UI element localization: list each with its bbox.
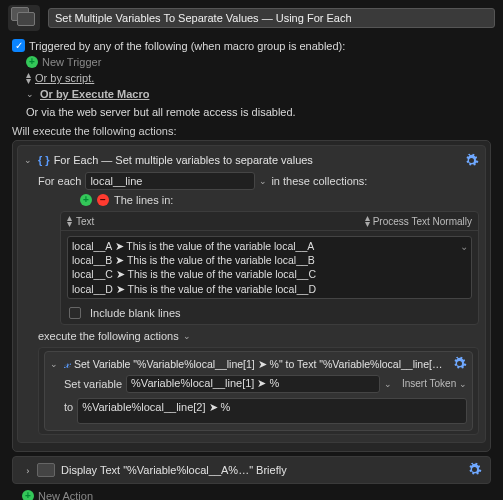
process-text-label[interactable]: Process Text Normally xyxy=(373,216,472,227)
add-action-button[interactable]: + xyxy=(22,490,34,500)
braces-icon: { } xyxy=(38,154,50,166)
lines-textarea[interactable]: ⌄ local__A ➤ This is the value of the va… xyxy=(67,236,472,299)
foreach-disclose[interactable]: ⌄ xyxy=(24,155,34,165)
display-icon xyxy=(37,463,55,477)
triggers-label: Triggered by any of the following (when … xyxy=(29,40,345,52)
setvar-disclose[interactable]: ⌄ xyxy=(50,359,60,369)
actions-header: Will execute the following actions: xyxy=(12,125,495,137)
gear-icon[interactable] xyxy=(451,356,467,372)
gear-icon[interactable] xyxy=(466,462,482,478)
display-disclose[interactable]: ⌄ xyxy=(21,465,31,475)
setvar-action[interactable]: ⌄ 𝓍 Set Variable "%Variable%local__line[… xyxy=(44,351,473,431)
add-collection-button[interactable]: + xyxy=(80,194,92,206)
triggers-checkbox[interactable]: ✓ xyxy=(12,39,25,52)
foreach-variable-input[interactable] xyxy=(85,172,255,190)
sort-icon[interactable]: ▴▾ xyxy=(365,215,370,227)
remove-collection-button[interactable]: − xyxy=(97,194,109,206)
set-variable-name-input[interactable] xyxy=(126,375,380,393)
execute-actions-label: execute the following actions xyxy=(38,330,179,342)
to-text-input[interactable]: %Variable%local__line[2] ➤ % xyxy=(77,398,467,424)
insert-token-button[interactable]: Insert Token ⌄ xyxy=(402,378,467,389)
macro-title-input[interactable] xyxy=(48,8,495,28)
collection-text-label: Text xyxy=(76,216,94,227)
include-blank-checkbox[interactable] xyxy=(69,307,81,319)
set-variable-label: Set variable xyxy=(64,378,122,390)
in-collections-label: in these collections: xyxy=(271,175,367,187)
web-server-note: Or via the web server but all remote acc… xyxy=(26,106,296,118)
variable-icon: 𝓍 xyxy=(64,356,70,372)
to-label: to xyxy=(64,398,73,413)
or-script-label: Or by script. xyxy=(35,72,94,84)
add-trigger-button[interactable]: + xyxy=(26,56,38,68)
actions-container: ⌄ { } For Each — Set multiple variables … xyxy=(12,140,491,452)
setvar-title: Set Variable "%Variable%local__line[1] ➤… xyxy=(74,358,447,370)
display-text-action[interactable]: ⌄ Display Text "%Variable%local__A%…" Br… xyxy=(12,456,491,484)
sort-icon: ▴▾ xyxy=(26,72,31,84)
or-execute-macro[interactable]: Or by Execute Macro xyxy=(40,88,149,100)
nested-actions: ⌄ 𝓍 Set Variable "%Variable%local__line[… xyxy=(38,347,479,435)
new-action-label: New Action xyxy=(38,490,93,500)
foreach-action[interactable]: ⌄ { } For Each — Set multiple variables … xyxy=(17,145,486,443)
lines-in-label: The lines in: xyxy=(114,194,173,206)
chevron-down-icon[interactable]: ⌄ xyxy=(384,379,392,389)
foreach-title: For Each — Set multiple variables to sep… xyxy=(54,154,313,166)
chevron-down-icon[interactable]: ⌄ xyxy=(26,89,36,99)
include-blank-label: Include blank lines xyxy=(90,307,181,319)
macro-icon xyxy=(8,5,40,31)
foreach-label: For each xyxy=(38,175,81,187)
chevron-down-icon[interactable]: ⌄ xyxy=(183,331,191,341)
collection-box: ▴▾ Text ▴▾ Process Text Normally ⌄ local… xyxy=(60,211,479,325)
expand-icon[interactable]: ⌄ xyxy=(460,240,468,254)
chevron-down-icon[interactable]: ⌄ xyxy=(259,176,267,186)
sort-icon[interactable]: ▴▾ xyxy=(67,215,72,227)
gear-icon[interactable] xyxy=(463,152,479,168)
new-trigger-label: New Trigger xyxy=(42,56,101,68)
display-title: Display Text "%Variable%local__A%…" Brie… xyxy=(61,464,287,476)
